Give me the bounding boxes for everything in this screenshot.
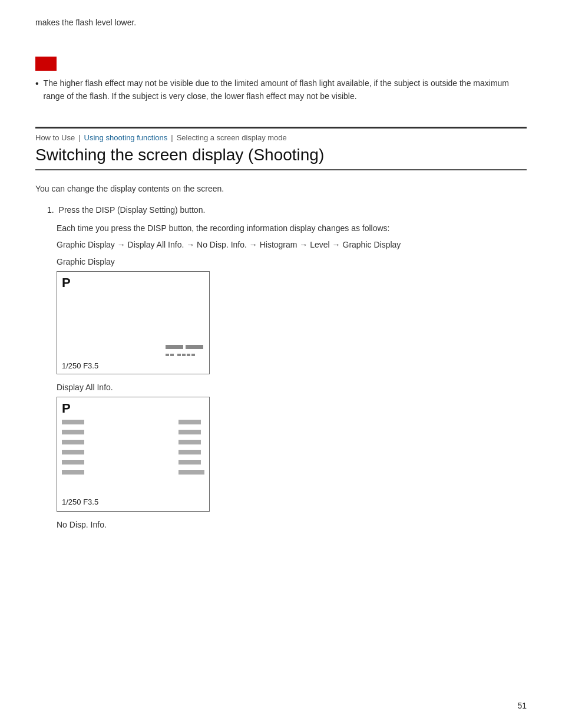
note-section: • The higher flash effect may not be vis… [35, 77, 527, 103]
intro-text: makes the flash level lower. [35, 18, 527, 27]
breadcrumb-part1: How to Use [35, 133, 75, 142]
bullet-dot: • [35, 77, 39, 91]
display-all-image: P [57, 397, 210, 512]
breadcrumb: How to Use | Using shooting functions | … [35, 133, 527, 142]
step-detail1: Each time you press the DISP button, the… [57, 222, 527, 235]
graphic-p-letter: P [62, 275, 71, 291]
step-action: Press the DISP (Display Setting) button. [59, 205, 206, 215]
step-detail2: Graphic Display → Display All Info. → No… [57, 238, 527, 251]
graphic-bottom-bar: 1/250 F3.5 [62, 361, 98, 370]
display-all-label: Display All Info. [57, 383, 527, 392]
note-bullet-text: The higher flash effect may not be visib… [44, 77, 527, 103]
breadcrumb-sep1: | [78, 133, 80, 142]
scale-bars [166, 345, 203, 356]
step-1: 1. Press the DISP (Display Setting) butt… [47, 203, 527, 529]
breadcrumb-part3: Selecting a screen display mode [177, 133, 287, 142]
step-number: 1. [47, 205, 54, 215]
no-disp-label: No Disp. Info. [57, 520, 527, 529]
breadcrumb-link[interactable]: Using shooting functions [84, 133, 168, 142]
breadcrumb-sep2: | [171, 133, 173, 142]
body-intro: You can change the display contents on t… [35, 182, 527, 195]
section-bottom-divider [35, 169, 527, 170]
page-number: 51 [517, 701, 527, 710]
graphic-display-label: Graphic Display [57, 257, 527, 266]
page-title: Switching the screen display (Shooting) [35, 146, 527, 164]
all-bottom-bar: 1/250 F3.5 [62, 498, 98, 506]
section-top-divider [35, 127, 527, 129]
note-icon [35, 57, 57, 71]
all-p-letter: P [62, 401, 71, 416]
graphic-display-image: P [57, 271, 210, 374]
